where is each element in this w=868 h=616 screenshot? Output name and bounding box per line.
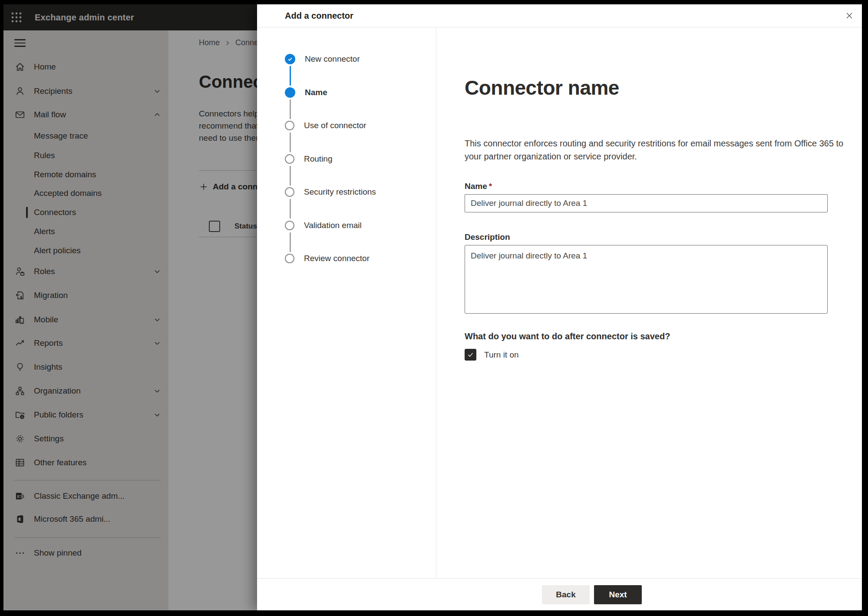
step-name[interactable]: Name bbox=[285, 87, 327, 98]
close-button[interactable] bbox=[843, 10, 855, 22]
step-connector-line bbox=[290, 66, 291, 86]
step-security-restrictions[interactable]: Security restrictions bbox=[285, 187, 376, 197]
next-button[interactable]: Next bbox=[594, 585, 642, 604]
step-description: This connector enforces routing and secu… bbox=[465, 137, 849, 163]
wizard-steps: New connector Name Use of connector Rout… bbox=[257, 27, 436, 578]
step-connector-line bbox=[290, 132, 291, 152]
step-heading: Connector name bbox=[465, 76, 619, 99]
step-use-of-connector[interactable]: Use of connector bbox=[285, 120, 366, 131]
step-connector-line bbox=[290, 99, 291, 119]
connector-name-input[interactable] bbox=[465, 194, 828, 212]
dialog-body: New connector Name Use of connector Rout… bbox=[257, 27, 862, 578]
dialog-footer: Back Next bbox=[257, 578, 862, 610]
turn-it-on-label: Turn it on bbox=[484, 350, 519, 360]
after-save-question: What do you want to do after connector i… bbox=[465, 331, 670, 341]
step-routing[interactable]: Routing bbox=[285, 154, 333, 164]
step-current-icon bbox=[285, 87, 295, 98]
connector-description-textarea[interactable]: Deliver journal directly to Area 1 bbox=[465, 245, 828, 314]
checkmark-icon bbox=[467, 351, 474, 358]
dialog-title: Add a connector bbox=[285, 4, 353, 27]
back-button[interactable]: Back bbox=[542, 585, 590, 604]
turn-it-on-checkbox[interactable] bbox=[465, 349, 476, 361]
step-new-connector[interactable]: New connector bbox=[285, 54, 360, 64]
add-connector-dialog: Add a connector New connector Name bbox=[257, 4, 862, 610]
step-connector-line bbox=[290, 166, 291, 185]
required-asterisk: * bbox=[489, 182, 492, 191]
name-field-label: Name* bbox=[465, 182, 492, 191]
description-field-label: Description bbox=[465, 232, 510, 242]
dialog-header: Add a connector bbox=[257, 4, 862, 27]
step-content: Connector name This connector enforces r… bbox=[436, 27, 862, 578]
step-connector-line bbox=[290, 232, 291, 252]
step-review-connector[interactable]: Review connector bbox=[285, 253, 370, 264]
step-completed-icon bbox=[285, 54, 295, 64]
turn-it-on-checkbox-row[interactable]: Turn it on bbox=[465, 349, 519, 361]
app-frame: Exchange admin center Home Recipients Ma… bbox=[3, 4, 862, 610]
step-validation-email[interactable]: Validation email bbox=[285, 220, 362, 231]
close-icon bbox=[845, 11, 854, 20]
step-connector-line bbox=[290, 199, 291, 219]
